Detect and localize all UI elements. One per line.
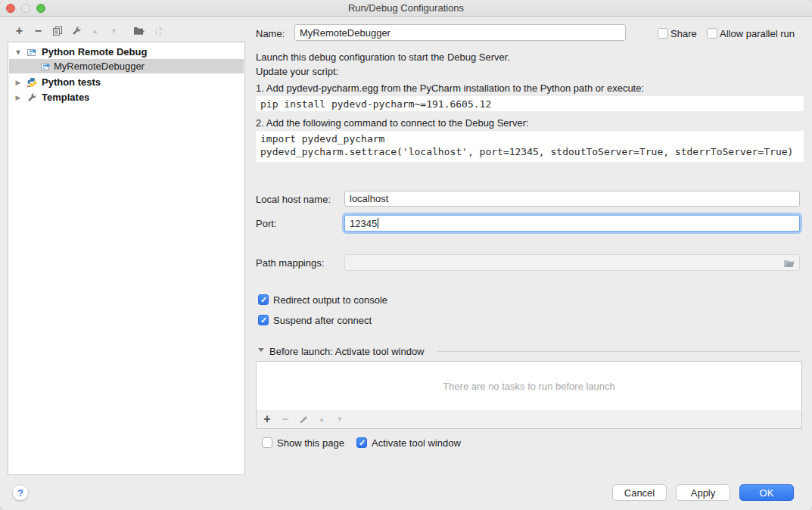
- tree-item-myremotedebugger[interactable]: MyRemoteDebugger: [9, 59, 244, 73]
- templates-wrench-icon: [26, 92, 38, 103]
- before-launch-task-list: There are no tasks to run before launch: [256, 361, 802, 411]
- settrace-code-line2: pydevd_pycharm.settrace('localhost', por…: [260, 146, 793, 157]
- window-title: Run/Debug Configurations: [0, 0, 812, 17]
- remove-configuration-button[interactable]: −: [31, 23, 45, 38]
- port-label: Port:: [256, 218, 276, 229]
- suspend-after-connect-checkbox[interactable]: [258, 315, 269, 325]
- cancel-button[interactable]: Cancel: [612, 484, 667, 501]
- help-question-icon: ?: [17, 487, 23, 499]
- add-task-button[interactable]: +: [260, 412, 274, 426]
- move-task-up-button: ▲: [315, 412, 328, 426]
- empty-tasks-text: There are no tasks to run before launch: [443, 381, 615, 392]
- browse-folder-icon[interactable]: [783, 258, 795, 270]
- expanded-twisty-icon[interactable]: ▼: [14, 48, 22, 56]
- local-host-input[interactable]: [344, 191, 800, 207]
- tree-item-label: Python Remote Debug: [42, 46, 147, 58]
- before-launch-header[interactable]: Before launch: Activate tool window: [269, 346, 425, 357]
- ok-button[interactable]: OK: [739, 484, 794, 501]
- name-input[interactable]: [294, 24, 626, 41]
- add-configuration-button[interactable]: +: [12, 23, 26, 38]
- new-folder-icon[interactable]: [132, 23, 146, 38]
- path-mappings-label: Path mappings:: [256, 257, 324, 269]
- settrace-code-line1: import pydevd_pycharm: [260, 133, 384, 145]
- apply-button[interactable]: Apply: [676, 484, 730, 501]
- port-input[interactable]: 12345: [344, 215, 800, 232]
- path-mappings-input[interactable]: [344, 254, 800, 271]
- move-task-down-button: ▼: [333, 412, 347, 426]
- share-checkbox[interactable]: [658, 28, 668, 39]
- move-down-button: ▼: [107, 23, 121, 38]
- python-tests-icon: [26, 77, 38, 88]
- remote-debug-config-icon: [26, 47, 38, 58]
- tree-item-label: Templates: [42, 92, 89, 103]
- name-label: Name:: [256, 28, 285, 39]
- remote-debug-config-icon: [40, 61, 51, 72]
- tree-item-label: MyRemoteDebugger: [54, 61, 145, 72]
- intro-text: Launch this debug configuration to start…: [256, 51, 510, 63]
- configurations-tree: ▼ Python Remote Debug MyRemoteDebugger ▶: [8, 42, 245, 475]
- collapsed-twisty-icon[interactable]: ▶: [14, 94, 22, 101]
- tree-item-templates[interactable]: ▶ Templates: [9, 90, 244, 104]
- move-up-button: ▲: [88, 23, 102, 38]
- configurations-toolbar: + − ▲ ▼ ↓ az: [12, 23, 165, 38]
- section-divider: [437, 351, 800, 352]
- edit-task-pencil-icon[interactable]: [297, 412, 310, 426]
- pip-install-code: pip install pydevd-pycharm~=191.6605.12: [256, 96, 804, 111]
- allow-parallel-run-label[interactable]: Allow parallel run: [720, 28, 795, 39]
- local-host-label: Local host name:: [256, 194, 331, 205]
- show-this-page-checkbox[interactable]: [262, 437, 272, 448]
- titlebar: Run/Debug Configurations: [0, 0, 812, 17]
- step1-text: 1. Add pydevd-pycharm.egg from the PyCha…: [256, 82, 644, 94]
- tree-item-label: Python tests: [42, 76, 101, 88]
- show-this-page-label[interactable]: Show this page: [277, 437, 344, 449]
- tree-item-python-remote-debug[interactable]: ▼ Python Remote Debug: [9, 45, 244, 59]
- collapsed-twisty-icon[interactable]: ▶: [14, 79, 22, 86]
- share-label[interactable]: Share: [670, 28, 697, 39]
- activate-tool-window-checkbox[interactable]: [356, 437, 367, 448]
- suspend-after-connect-label[interactable]: Suspend after connect: [273, 315, 372, 326]
- remove-task-button[interactable]: −: [278, 412, 292, 426]
- sort-configurations-icon[interactable]: ↓ az: [151, 23, 165, 38]
- settrace-code: import pydevd_pycharm pydevd_pycharm.set…: [256, 131, 804, 162]
- copy-configuration-icon[interactable]: [50, 23, 64, 38]
- activate-tool-window-label[interactable]: Activate tool window: [372, 437, 461, 449]
- run-debug-configurations-dialog: Run/Debug Configurations + − ▲ ▼ ↓ az ▼ …: [0, 0, 812, 510]
- text-caret: [378, 218, 378, 229]
- redirect-output-label[interactable]: Redirect output to console: [273, 294, 387, 306]
- port-value: 12345: [350, 218, 377, 229]
- help-button[interactable]: ?: [12, 484, 29, 501]
- redirect-output-checkbox[interactable]: [258, 294, 269, 305]
- step2-text: 2. Add the following command to connect …: [256, 117, 529, 129]
- update-script-text: Update your script:: [256, 66, 338, 77]
- tree-item-python-tests[interactable]: ▶ Python tests: [9, 75, 244, 89]
- allow-parallel-run-checkbox[interactable]: [707, 28, 717, 39]
- task-list-toolbar: + − ▲ ▼: [256, 410, 802, 429]
- before-launch-twisty-icon[interactable]: [258, 348, 264, 352]
- edit-templates-wrench-icon[interactable]: [69, 23, 83, 38]
